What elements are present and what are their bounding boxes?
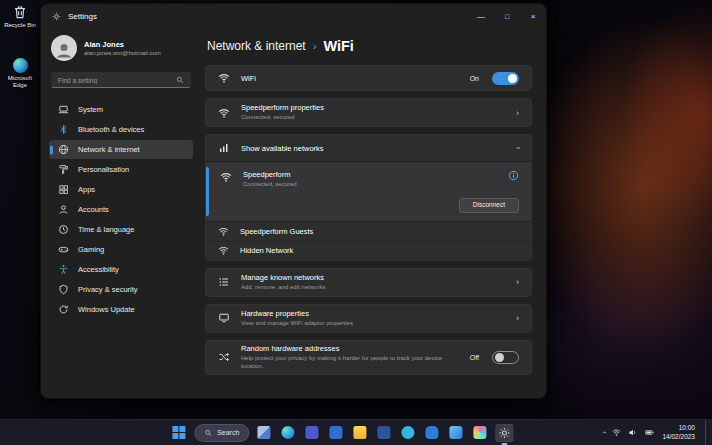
random-title: Random hardware addresses	[241, 344, 459, 353]
taskbar-app-store[interactable]	[447, 424, 465, 442]
desktop: Recycle Bin Microsoft Edge Settings — □ …	[0, 0, 712, 445]
page-title: WiFi	[323, 38, 353, 54]
task-view-icon	[258, 426, 271, 439]
minimize-button[interactable]: —	[468, 4, 494, 28]
skype-icon	[402, 426, 415, 439]
account-profile[interactable]: Alan Jones alan.jones.wm@hotmail.com	[51, 35, 191, 61]
chevron-right-icon: ›	[516, 313, 519, 323]
close-button[interactable]: ×	[520, 4, 546, 28]
wifi-icon	[218, 245, 229, 256]
sidebar-item-label: Gaming	[78, 245, 104, 254]
start-button[interactable]	[170, 424, 188, 442]
store-icon	[450, 426, 463, 439]
info-icon[interactable]	[508, 170, 519, 181]
bluetooth-icon	[58, 124, 69, 135]
globe-icon	[58, 144, 69, 155]
taskbar-search-label: Search	[217, 429, 239, 436]
apps-icon	[58, 184, 69, 195]
available-networks-label: Show available networks	[241, 144, 505, 153]
random-hardware-addresses-row[interactable]: Random hardware addresses Help protect y…	[205, 340, 532, 375]
breadcrumb-parent[interactable]: Network & internet	[207, 39, 306, 53]
clock-time: 10:00	[662, 424, 695, 432]
maximize-button[interactable]: □	[494, 4, 520, 28]
network-list: Speedperform GuestsHidden Network	[206, 222, 531, 260]
sidebar-item-accessibility[interactable]: Accessibility	[49, 260, 193, 279]
sidebar-item-gaming[interactable]: Gaming	[49, 240, 193, 259]
desktop-icon-recycle-bin[interactable]: Recycle Bin	[1, 4, 39, 29]
sidebar-item-network-and-internet[interactable]: Network & internet	[49, 140, 193, 159]
desktop-icon-microsoft-edge[interactable]: Microsoft Edge	[1, 58, 39, 89]
wifi-tray-icon[interactable]	[612, 428, 621, 437]
sidebar-item-windows-update[interactable]: Windows Update	[49, 300, 193, 319]
file-explorer-icon	[354, 426, 367, 439]
wifi-icon	[218, 72, 230, 84]
manage-title: Manage known networks	[241, 273, 505, 282]
privacy-icon	[58, 284, 69, 295]
sidebar-item-label: Apps	[78, 185, 95, 194]
connected-network-item[interactable]: Speedperform Connected, secured Disconne…	[206, 161, 531, 222]
disconnect-button[interactable]: Disconnect	[459, 198, 519, 213]
sidebar-item-privacy-and-security[interactable]: Privacy & security	[49, 280, 193, 299]
taskbar-app-skype[interactable]	[399, 424, 417, 442]
sidebar-item-apps[interactable]: Apps	[49, 180, 193, 199]
profile-name: Alan Jones	[84, 40, 161, 49]
sidebar-item-bluetooth-and-devices[interactable]: Bluetooth & devices	[49, 120, 193, 139]
sidebar-item-label: Bluetooth & devices	[78, 125, 144, 134]
taskbar-app-photos[interactable]	[471, 424, 489, 442]
wifi-toggle[interactable]	[492, 72, 519, 85]
settings-window: Settings — □ × Alan Jones alan.jones.wm@…	[40, 3, 547, 399]
show-desktop-button[interactable]	[705, 420, 708, 445]
sidebar-item-accounts[interactable]: Accounts	[49, 200, 193, 219]
taskbar-app-settings[interactable]	[495, 424, 513, 442]
network-properties-row[interactable]: Speedperform properties Connected, secur…	[205, 98, 532, 127]
random-toggle-state: Off	[470, 354, 479, 361]
breadcrumb-separator-icon: ›	[313, 40, 317, 52]
wifi-icon	[218, 107, 230, 119]
taskbar-app-teams[interactable]	[303, 424, 321, 442]
sidebar-item-system[interactable]: System	[49, 100, 193, 119]
taskbar-app-outlook[interactable]	[327, 424, 345, 442]
network-item-speedperform-guests[interactable]: Speedperform Guests	[206, 222, 531, 241]
sidebar-item-label: Personalisation	[78, 165, 129, 174]
taskbar-app-word[interactable]	[375, 424, 393, 442]
edge-icon	[13, 58, 28, 73]
volume-tray-icon[interactable]	[628, 428, 637, 437]
hardware-properties-row[interactable]: Hardware properties View and manage WiFi…	[205, 304, 532, 333]
sidebar-item-personalisation[interactable]: Personalisation	[49, 160, 193, 179]
avatar	[51, 35, 77, 61]
search-input[interactable]	[58, 77, 176, 84]
sidebar-item-label: Privacy & security	[78, 285, 138, 294]
taskbar-app-onedrive[interactable]	[423, 424, 441, 442]
random-hardware-toggle[interactable]	[492, 351, 519, 364]
windows-logo-icon	[173, 426, 186, 439]
connected-network-name: Speedperform	[243, 170, 297, 179]
list-icon	[218, 276, 230, 288]
manage-known-networks-row[interactable]: Manage known networks Add, remove, and e…	[205, 268, 532, 297]
settings-icon	[498, 427, 510, 439]
outlook-icon	[330, 426, 343, 439]
battery-tray-icon[interactable]	[644, 428, 655, 437]
search-box[interactable]	[51, 72, 191, 88]
system-icon	[58, 104, 69, 115]
search-icon	[176, 76, 184, 84]
sidebar-item-time-and-language[interactable]: Time & language	[49, 220, 193, 239]
taskbar-search[interactable]: Search	[194, 424, 249, 442]
network-item-hidden-network[interactable]: Hidden Network	[206, 241, 531, 260]
taskbar-app-edge[interactable]	[279, 424, 297, 442]
show-available-networks-header[interactable]: Show available networks ›	[206, 135, 531, 161]
word-icon	[378, 426, 391, 439]
taskbar-clock[interactable]: 10:00 14/02/2023	[662, 424, 695, 441]
taskbar-app-file-explorer[interactable]	[351, 424, 369, 442]
onedrive-icon	[426, 426, 439, 439]
manage-subtitle: Add, remove, and edit networks	[241, 283, 505, 291]
taskbar: Search › 10:00 14/02/2023	[0, 419, 712, 445]
sidebar-item-label: Windows Update	[78, 305, 135, 314]
random-subtitle: Help protect your privacy by making it h…	[241, 354, 459, 371]
hidden-icons-chevron[interactable]: ›	[600, 431, 609, 434]
titlebar[interactable]: Settings — □ ×	[41, 4, 546, 28]
network-item-name: Speedperform Guests	[240, 227, 313, 236]
recycle-bin-icon	[12, 4, 28, 20]
wifi-icon	[218, 226, 229, 237]
taskbar-app-task-view[interactable]	[255, 424, 273, 442]
wifi-toggle-row[interactable]: WiFi On	[205, 65, 532, 91]
